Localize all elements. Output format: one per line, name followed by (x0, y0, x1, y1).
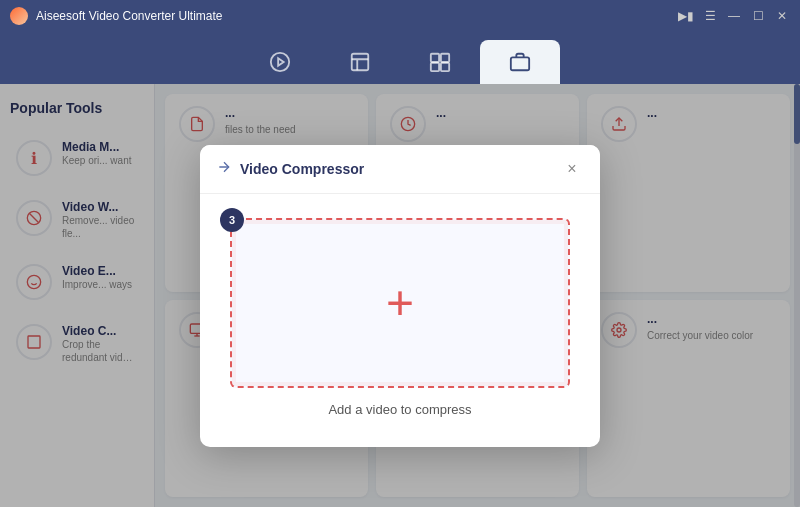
svg-rect-6 (441, 63, 449, 71)
modal-close-button[interactable]: × (560, 157, 584, 181)
svg-rect-4 (441, 54, 449, 62)
app-title: Aiseesoft Video Converter Ultimate (36, 9, 678, 23)
svg-rect-5 (431, 63, 439, 71)
title-bar-controls: ▶▮ ☰ — ☐ ✕ (678, 8, 790, 24)
drop-zone-label: Add a video to compress (328, 402, 471, 417)
menu-icon[interactable]: ☰ (702, 8, 718, 24)
modal-header: Video Compressor × (200, 145, 600, 194)
minimize-icon[interactable]: — (726, 8, 742, 24)
message-icon[interactable]: ▶▮ (678, 8, 694, 24)
video-compressor-modal: Video Compressor × 3 + Add a video to co… (200, 145, 600, 447)
drop-zone-badge: 3 (220, 208, 244, 232)
svg-rect-3 (431, 54, 439, 62)
svg-point-0 (271, 53, 289, 71)
nav-bar (0, 32, 800, 84)
svg-rect-2 (352, 54, 369, 71)
svg-marker-1 (278, 58, 284, 65)
app-logo (10, 7, 28, 25)
modal-title: Video Compressor (240, 161, 560, 177)
maximize-icon[interactable]: ☐ (750, 8, 766, 24)
close-icon[interactable]: ✕ (774, 8, 790, 24)
tab-convert[interactable] (240, 40, 320, 84)
drop-zone[interactable]: + (230, 218, 570, 388)
modal-body: 3 + Add a video to compress (200, 194, 600, 447)
tab-tools[interactable] (480, 40, 560, 84)
modal-overlay: Video Compressor × 3 + Add a video to co… (0, 84, 800, 507)
svg-rect-7 (511, 57, 529, 70)
main-content: Popular Tools ℹ Media M... Keep ori... w… (0, 84, 800, 507)
compressor-icon (216, 159, 232, 179)
tab-edit[interactable] (320, 40, 400, 84)
drop-zone-wrapper: 3 + (230, 218, 570, 388)
tab-toolbox[interactable] (400, 40, 480, 84)
title-bar: Aiseesoft Video Converter Ultimate ▶▮ ☰ … (0, 0, 800, 32)
drop-zone-plus-icon: + (386, 279, 414, 327)
